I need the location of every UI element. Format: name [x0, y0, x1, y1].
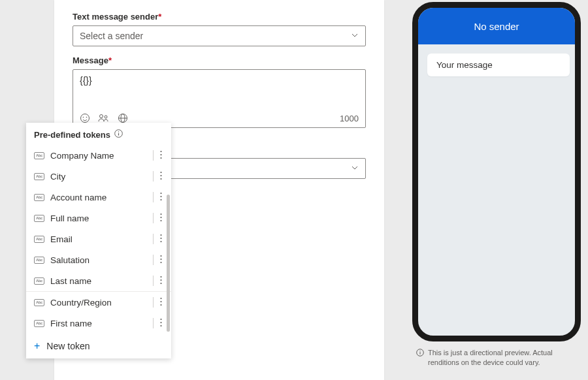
- svg-point-26: [160, 255, 161, 256]
- token-item[interactable]: AbcCompany Name: [26, 145, 171, 166]
- personalization-icon[interactable]: [98, 113, 110, 123]
- token-item[interactable]: AbcEmail: [26, 229, 171, 249]
- message-field-group: Message* {{}} 1000: [73, 55, 366, 128]
- new-token-button[interactable]: + New token: [26, 334, 171, 358]
- abc-type-icon: Abc: [34, 215, 44, 222]
- svg-point-22: [160, 219, 161, 221]
- svg-point-3: [100, 115, 103, 118]
- message-bubble: Your message: [427, 54, 570, 76]
- svg-point-29: [160, 276, 161, 277]
- globe-icon[interactable]: [118, 113, 128, 123]
- svg-point-30: [160, 279, 161, 280]
- token-item[interactable]: AbcCountry/Region: [26, 292, 171, 313]
- token-item[interactable]: AbcAccount name: [26, 187, 171, 208]
- token-list: AbcCompany Name AbcCity AbcAccount name …: [26, 145, 171, 334]
- more-icon[interactable]: [159, 191, 163, 204]
- token-label: Email: [50, 234, 73, 244]
- svg-point-2: [86, 117, 88, 118]
- token-scrollbar[interactable]: [167, 195, 170, 332]
- abc-type-icon: Abc: [34, 299, 44, 306]
- token-label: Company Name: [50, 151, 114, 161]
- token-label: Full name: [50, 214, 89, 223]
- more-icon[interactable]: [159, 296, 163, 309]
- svg-point-0: [81, 114, 90, 123]
- svg-point-4: [105, 116, 107, 118]
- svg-point-21: [160, 216, 161, 217]
- svg-point-16: [160, 178, 161, 179]
- token-label: Salutation: [50, 255, 90, 265]
- abc-type-icon: Abc: [34, 173, 44, 180]
- info-icon[interactable]: [114, 129, 123, 140]
- token-label: Account name: [50, 193, 106, 202]
- token-label: Last name: [50, 276, 91, 286]
- token-divider: [153, 213, 154, 223]
- abc-type-icon: Abc: [34, 320, 44, 327]
- phone-body: Your message: [418, 44, 575, 86]
- token-item[interactable]: AbcFull name: [26, 208, 171, 229]
- abc-type-icon: Abc: [34, 152, 44, 159]
- info-icon: [416, 349, 424, 359]
- svg-point-18: [160, 195, 161, 197]
- svg-point-1: [83, 117, 84, 118]
- sender-field-group: Text message sender* Select a sender: [73, 12, 366, 46]
- phone-header: No sender: [418, 8, 575, 44]
- more-icon[interactable]: [159, 170, 163, 183]
- sender-label-text: Text message sender: [73, 12, 158, 22]
- message-content: {{}}: [80, 75, 359, 86]
- more-icon[interactable]: [159, 212, 163, 225]
- token-divider: [153, 150, 154, 161]
- more-icon[interactable]: [159, 232, 163, 246]
- phone-header-text: No sender: [474, 21, 519, 32]
- token-divider: [153, 255, 154, 265]
- more-icon[interactable]: [159, 274, 163, 288]
- svg-point-9: [118, 131, 119, 132]
- abc-type-icon: Abc: [34, 194, 44, 201]
- abc-type-icon: Abc: [34, 236, 44, 243]
- new-token-label: New token: [46, 341, 90, 351]
- message-toolbar: 1000: [80, 113, 359, 123]
- token-item[interactable]: AbcCity: [26, 166, 171, 187]
- disclaimer: This is just a directional preview. Actu…: [412, 348, 581, 368]
- sender-select[interactable]: Select a sender: [73, 25, 366, 46]
- more-icon[interactable]: [159, 253, 163, 267]
- tokens-header: Pre-defined tokens: [26, 123, 171, 145]
- more-icon[interactable]: [159, 317, 163, 330]
- message-label: Message*: [73, 55, 366, 65]
- required-asterisk: *: [108, 55, 112, 65]
- svg-point-37: [160, 325, 161, 326]
- svg-point-34: [160, 304, 161, 305]
- svg-point-31: [160, 282, 161, 283]
- disclaimer-text: This is just a directional preview. Actu…: [428, 348, 581, 368]
- svg-point-13: [160, 157, 161, 158]
- svg-point-33: [160, 300, 161, 302]
- token-label: City: [50, 172, 65, 182]
- abc-type-icon: Abc: [34, 277, 44, 285]
- token-divider: [153, 192, 154, 202]
- phone-frame: No sender Your message: [412, 2, 581, 341]
- token-item[interactable]: AbcLast name: [26, 270, 171, 291]
- emoji-icon[interactable]: [80, 113, 90, 123]
- token-item[interactable]: AbcSalutation: [26, 249, 171, 270]
- svg-point-14: [160, 171, 161, 172]
- svg-point-20: [160, 213, 161, 214]
- more-icon[interactable]: [159, 149, 163, 163]
- svg-point-35: [160, 318, 161, 319]
- sender-placeholder: Select a sender: [80, 31, 143, 41]
- sender-label: Text message sender*: [73, 12, 366, 22]
- required-asterisk: *: [158, 12, 161, 22]
- tokens-popup: Pre-defined tokens AbcCompany Name AbcCi…: [26, 123, 171, 358]
- chevron-down-icon: [351, 163, 359, 174]
- svg-point-17: [160, 192, 161, 193]
- svg-point-36: [160, 321, 161, 323]
- token-item[interactable]: AbcFirst name: [26, 313, 171, 334]
- token-divider: [153, 276, 154, 286]
- chevron-down-icon: [351, 30, 359, 42]
- bubble-text: Your message: [436, 60, 493, 70]
- token-divider: [153, 297, 154, 308]
- svg-point-11: [160, 150, 161, 151]
- svg-point-12: [160, 153, 161, 155]
- token-label: First name: [50, 319, 92, 328]
- message-input[interactable]: {{}} 1000: [73, 69, 366, 128]
- token-divider: [153, 234, 154, 244]
- token-label: Country/Region: [50, 298, 112, 308]
